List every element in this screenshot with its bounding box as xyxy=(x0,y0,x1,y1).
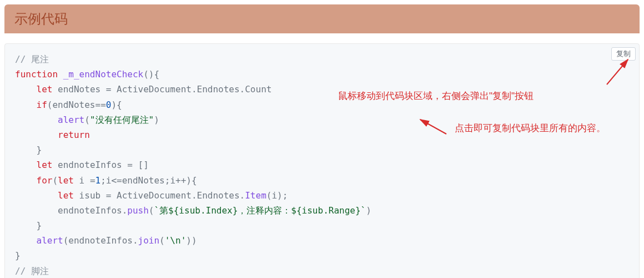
section-title: 示例代码 xyxy=(14,11,68,26)
copy-button[interactable]: 复制 xyxy=(611,47,636,61)
section-header: 示例代码 xyxy=(4,4,640,33)
code-comment: // 尾注 xyxy=(15,54,49,64)
code-block: 复制 // 尾注 function _m_endNoteCheck(){ let… xyxy=(4,43,640,278)
code-comment: // 脚注 xyxy=(15,266,49,276)
code-content: // 尾注 function _m_endNoteCheck(){ let en… xyxy=(15,52,629,278)
copy-button-label: 复制 xyxy=(616,49,631,58)
